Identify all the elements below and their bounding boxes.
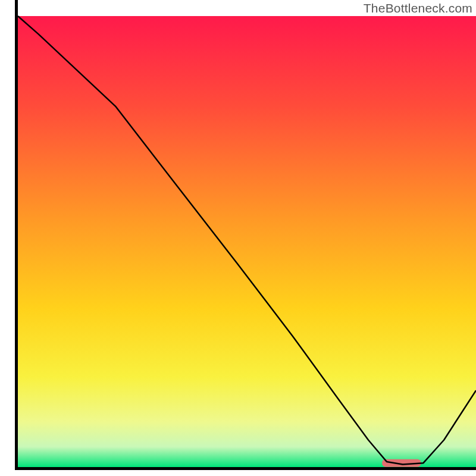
chart-container: TheBottleneck.com (0, 0, 476, 476)
watermark-text: TheBottleneck.com (364, 1, 472, 15)
plot-background (18, 16, 476, 467)
chart-svg (0, 0, 476, 476)
